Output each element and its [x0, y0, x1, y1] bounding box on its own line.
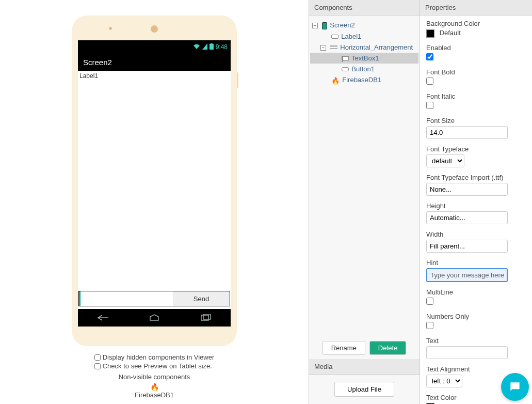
properties-panel: Properties Background Color Default Enab… — [420, 0, 532, 404]
viewer-horizontal-arrangement[interactable]: Send — [78, 291, 230, 306]
prop-hint: Hint — [426, 259, 526, 282]
opt-display-hidden-label: Display hidden components in Viewer — [103, 353, 215, 361]
tree-item-button1[interactable]: Button1 — [310, 64, 418, 74]
numbersonly-checkbox[interactable] — [426, 322, 433, 329]
enabled-checkbox[interactable] — [426, 53, 433, 60]
recent-icon — [198, 313, 213, 322]
tree-item-horizontal-arrangement[interactable]: − Horizontal_Arrangement — [310, 42, 418, 53]
tree-item-label: TextBox1 — [351, 54, 379, 62]
components-panel-title: Components — [309, 0, 420, 15]
tree-item-screen2[interactable]: − Screen2 — [310, 20, 418, 31]
tree-item-label: Label1 — [341, 33, 361, 40]
phone-speaker-icon — [151, 25, 158, 33]
battery-icon — [209, 43, 214, 51]
color-swatch-icon — [426, 29, 434, 38]
media-panel: Media Upload File — [309, 359, 420, 404]
media-panel-title: Media — [309, 359, 420, 375]
back-icon — [96, 313, 110, 322]
prop-typeface-import: Font Typeface Import (.ttf) — [426, 174, 526, 196]
tree-collapse-icon[interactable]: − — [312, 23, 318, 28]
textbox-icon — [342, 56, 349, 60]
chat-icon — [508, 380, 522, 394]
non-visible-title: Non-visible components — [94, 373, 215, 381]
prop-numbers-only: Numbers Only — [426, 313, 526, 331]
height-input[interactable] — [426, 211, 508, 224]
status-time: 9:48 — [216, 43, 228, 51]
viewer-textbox1[interactable] — [79, 291, 173, 306]
properties-panel-title: Properties — [420, 0, 532, 15]
prop-label: Font Italic — [426, 92, 526, 100]
svg-rect-0 — [209, 44, 214, 50]
tree-item-label: Button1 — [351, 65, 375, 73]
textalign-select[interactable]: left : 0 — [426, 375, 462, 387]
prop-height: Height — [426, 202, 526, 224]
prop-label: Hint — [426, 259, 526, 267]
component-tree: − Screen2 Label1 − Horizontal_Arrangemen… — [309, 15, 420, 337]
fontsize-input[interactable] — [426, 126, 508, 139]
viewer-options: Display hidden components in Viewer Chec… — [94, 353, 215, 399]
opt-display-hidden-checkbox[interactable] — [94, 354, 101, 361]
prop-font-bold: Font Bold — [426, 68, 526, 86]
prop-label: Text Alignment — [426, 365, 526, 373]
multiline-checkbox[interactable] — [426, 298, 433, 305]
prop-label: Font Typeface — [426, 145, 526, 153]
prop-font-size: Font Size — [426, 117, 526, 139]
opt-tablet-preview[interactable]: Check to see Preview on Tablet size. — [94, 362, 215, 370]
tree-item-firebasedb1[interactable]: 🔥 FirebaseDB1 — [310, 74, 418, 85]
phone-frame: 9:48 Screen2 Label1 Send — [72, 15, 237, 346]
tree-item-textbox1[interactable]: TextBox1 — [310, 53, 418, 64]
prop-enabled: Enabled — [426, 44, 526, 62]
signal-icon — [202, 43, 207, 51]
opt-display-hidden[interactable]: Display hidden components in Viewer — [94, 353, 215, 361]
prop-text: Text — [426, 337, 526, 359]
svg-rect-1 — [211, 43, 213, 44]
tree-item-label: Screen2 — [330, 21, 354, 29]
chat-fab-button[interactable] — [501, 373, 529, 401]
prop-label: MultiLine — [426, 288, 526, 296]
viewer-panel: 9:48 Screen2 Label1 Send — [0, 0, 309, 404]
upload-file-button[interactable]: Upload File — [334, 382, 394, 397]
text-input[interactable] — [426, 346, 508, 359]
phone-side-button — [237, 72, 238, 88]
prop-label: Font Typeface Import (.ttf) — [426, 174, 526, 181]
typeface-select[interactable]: default — [426, 154, 464, 167]
opt-tablet-preview-checkbox[interactable] — [94, 363, 101, 369]
prop-font-typeface: Font Typeface default — [426, 145, 526, 167]
prop-multiline: MultiLine — [426, 288, 526, 306]
viewer-label1[interactable]: Label1 — [78, 71, 231, 81]
button-icon — [342, 67, 349, 71]
label-icon — [331, 35, 338, 39]
prop-label: Font Size — [426, 117, 526, 125]
prop-label: Numbers Only — [426, 313, 526, 320]
app-body: Label1 Send — [78, 71, 231, 327]
prop-background-color: Background Color Default — [426, 20, 526, 38]
components-panel: Components − Screen2 Label1 − Horizontal… — [309, 0, 420, 404]
delete-button[interactable]: Delete — [369, 341, 407, 355]
prop-label: Width — [426, 230, 526, 238]
home-icon — [147, 313, 162, 322]
rename-button[interactable]: Rename — [323, 341, 365, 355]
screen-icon — [322, 22, 327, 29]
fontitalic-checkbox[interactable] — [426, 102, 433, 109]
android-status-bar: 9:48 — [78, 40, 231, 54]
width-input[interactable] — [426, 240, 508, 253]
prop-value: Default — [440, 29, 461, 37]
tree-collapse-icon[interactable]: − — [320, 45, 326, 51]
tree-item-label1[interactable]: Label1 — [310, 31, 418, 42]
fontbold-checkbox[interactable] — [426, 77, 433, 85]
prop-font-italic: Font Italic — [426, 92, 526, 111]
arrangement-icon — [330, 45, 337, 50]
prop-label: Enabled — [426, 44, 526, 52]
non-visible-item-label: FirebaseDB1 — [135, 391, 174, 399]
prop-label: Background Color — [426, 20, 526, 27]
typeface-import-input[interactable] — [426, 183, 508, 196]
viewer-button1[interactable]: Send — [173, 291, 230, 306]
hint-input[interactable] — [426, 268, 508, 282]
firebase-icon: 🔥 — [331, 77, 340, 83]
android-nav-bar — [78, 309, 231, 327]
prop-label: Height — [426, 202, 526, 210]
prop-bgcolor-value-row[interactable]: Default — [426, 29, 526, 38]
tree-item-label: Horizontal_Arrangement — [340, 43, 413, 51]
firebase-icon: 🔥 — [94, 383, 215, 391]
non-visible-item[interactable]: 🔥 FirebaseDB1 — [94, 383, 215, 399]
